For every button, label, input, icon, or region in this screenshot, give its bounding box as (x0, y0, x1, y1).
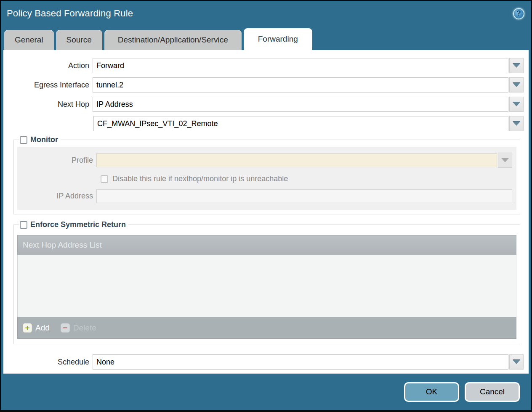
schedule-dropdown-button[interactable] (509, 354, 524, 370)
monitor-disabled-panel: Profile Disable this rule if nexthop/mon… (17, 147, 516, 210)
disable-rule-label: Disable this rule if nexthop/monitor ip … (112, 174, 288, 183)
policy-based-forwarding-dialog: Policy Based Forwarding Rule ? General S… (0, 0, 532, 412)
next-hop-address-list-header: Next Hop Address List (17, 235, 516, 255)
tab-source[interactable]: Source (56, 30, 102, 50)
dialog-footer: OK Cancel (1, 374, 531, 410)
next-hop-address-dropdown-button[interactable] (509, 116, 524, 131)
dialog-title: Policy Based Forwarding Rule (7, 8, 513, 19)
monitor-ip-address-row: IP Address (17, 189, 512, 203)
plus-icon: + (23, 323, 32, 333)
enforce-symmetric-return-section: Enforce Symmetric Return Next Hop Addres… (13, 220, 520, 344)
next-hop-address-row (3, 116, 524, 131)
cancel-button[interactable]: Cancel (465, 382, 520, 402)
egress-interface-select[interactable] (93, 77, 508, 92)
egress-interface-row: Egress Interface (3, 77, 524, 92)
ok-button[interactable]: OK (404, 382, 459, 402)
chevron-down-icon (513, 121, 520, 126)
next-hop-dropdown-button[interactable] (509, 97, 524, 112)
monitor-legend: Monitor (19, 135, 61, 144)
enforce-symmetric-return-checkbox[interactable] (20, 221, 27, 229)
enforce-symmetric-return-legend: Enforce Symmetric Return (19, 220, 128, 229)
egress-interface-dropdown-button[interactable] (509, 77, 524, 92)
next-hop-address-list-toolbar: + Add − Delete (17, 317, 516, 339)
next-hop-label: Next Hop (3, 100, 89, 109)
add-button[interactable]: + Add (23, 323, 50, 333)
chevron-down-icon (513, 102, 520, 106)
schedule-row: Schedule (3, 354, 524, 370)
action-label: Action (3, 61, 89, 70)
monitor-section: Monitor Profile Disable this rule if nex… (13, 135, 520, 214)
monitor-ip-address-input (96, 189, 512, 203)
delete-button: − Delete (61, 323, 96, 333)
schedule-label: Schedule (3, 358, 89, 367)
tab-bar: General Source Destination/Application/S… (1, 26, 531, 50)
profile-dropdown-button (498, 153, 512, 168)
next-hop-address-list-table: Next Hop Address List + Add − Delete (17, 235, 516, 339)
monitor-ip-address-label: IP Address (17, 192, 93, 201)
next-hop-type-select[interactable] (93, 97, 508, 112)
chevron-down-icon (501, 158, 509, 162)
forwarding-tab-panel: Action Egress Interface Next Hop (3, 50, 529, 374)
profile-row: Profile (17, 153, 512, 168)
disable-rule-row: Disable this rule if nexthop/monitor ip … (101, 174, 512, 183)
egress-interface-label: Egress Interface (3, 81, 89, 90)
enforce-symmetric-return-legend-label: Enforce Symmetric Return (30, 220, 126, 229)
action-row: Action (3, 58, 524, 73)
monitor-legend-label: Monitor (30, 135, 58, 144)
next-hop-address-select[interactable] (93, 116, 508, 131)
chevron-down-icon (513, 83, 520, 87)
profile-label: Profile (17, 156, 93, 165)
title-bar: Policy Based Forwarding Rule ? (1, 1, 531, 26)
chevron-down-icon (513, 360, 520, 364)
help-icon[interactable]: ? (513, 8, 524, 19)
tab-general[interactable]: General (4, 30, 54, 50)
disable-rule-checkbox (101, 175, 108, 183)
minus-icon: − (61, 323, 70, 333)
next-hop-address-list-body[interactable] (17, 255, 516, 317)
tab-destination-application-service[interactable]: Destination/Application/Service (104, 30, 242, 50)
tab-forwarding[interactable]: Forwarding (244, 28, 312, 50)
monitor-checkbox[interactable] (20, 136, 27, 144)
schedule-select[interactable] (93, 354, 508, 370)
next-hop-row: Next Hop (3, 97, 524, 112)
profile-select (96, 153, 497, 167)
action-select[interactable] (93, 58, 508, 73)
chevron-down-icon (513, 63, 520, 68)
action-dropdown-button[interactable] (509, 58, 524, 73)
